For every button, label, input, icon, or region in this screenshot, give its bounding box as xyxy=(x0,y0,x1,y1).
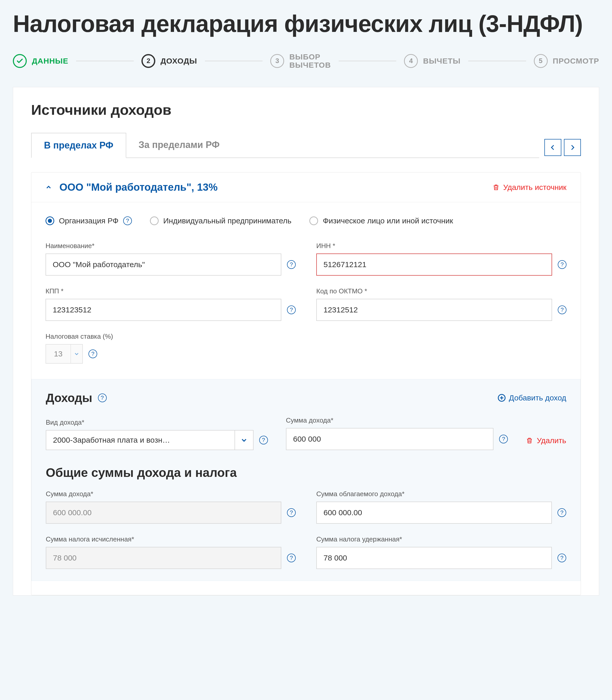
tax-withheld-label: Сумма налога удержанная* xyxy=(316,535,566,543)
step-divider xyxy=(76,61,134,61)
step-number: 3 xyxy=(270,54,284,68)
help-icon[interactable]: ? xyxy=(557,554,566,562)
help-icon[interactable]: ? xyxy=(88,349,97,358)
step-divider xyxy=(468,61,526,61)
step-number: 4 xyxy=(404,54,418,68)
income-type-value: 2000-Заработная плата и возн… xyxy=(46,436,235,444)
step-divider xyxy=(339,61,396,61)
plus-circle-icon xyxy=(498,394,506,402)
kpp-input[interactable] xyxy=(45,299,281,321)
next-source-button[interactable] xyxy=(564,139,581,156)
inn-input[interactable] xyxy=(316,254,552,275)
radio-label: Организация РФ xyxy=(59,216,119,225)
help-icon[interactable]: ? xyxy=(287,260,296,269)
check-icon xyxy=(13,54,27,68)
delete-source-label: Удалить источник xyxy=(503,183,567,192)
help-icon[interactable]: ? xyxy=(259,436,268,444)
add-income-button[interactable]: Добавить доход xyxy=(498,393,566,402)
taxable-income-input[interactable] xyxy=(316,501,552,524)
inn-label: ИНН * xyxy=(316,242,567,250)
step-label: ПРОСМОТР xyxy=(553,57,599,65)
kpp-label: КПП * xyxy=(45,287,296,295)
help-icon[interactable]: ? xyxy=(123,216,132,225)
delete-income-button[interactable]: Удалить xyxy=(526,436,566,445)
step-label: ДОХОДЫ xyxy=(161,57,197,65)
tab-inside-rf[interactable]: В пределах РФ xyxy=(31,133,126,158)
radio-ip[interactable]: Индивидуальный предприниматель xyxy=(150,216,292,225)
total-income-input xyxy=(46,501,281,524)
delete-source-button[interactable]: Удалить источник xyxy=(492,183,567,192)
step-3[interactable]: 3 ВЫБОР ВЫЧЕТОВ xyxy=(270,53,331,69)
name-input[interactable] xyxy=(45,254,281,275)
tax-calculated-input xyxy=(46,547,281,569)
totals-title: Общие суммы дохода и налога xyxy=(46,466,566,480)
source-toggle[interactable]: ООО "Мой работодатель", 13% xyxy=(45,181,218,193)
page-title: Налоговая декларация физических лиц (3-Н… xyxy=(13,10,599,37)
step-4[interactable]: 4 ВЫЧЕТЫ xyxy=(404,54,461,68)
income-amount-label: Сумма дохода* xyxy=(286,416,508,425)
source-title: ООО "Мой работодатель", 13% xyxy=(59,181,218,193)
radio-icon xyxy=(309,216,318,225)
taxable-income-label: Сумма облагаемого дохода* xyxy=(316,490,566,498)
main-panel: Источники доходов В пределах РФ За преде… xyxy=(13,87,599,595)
section-title: Источники доходов xyxy=(31,102,581,118)
step-label: ВЫБОР ВЫЧЕТОВ xyxy=(289,53,331,69)
stepper: ДАННЫЕ 2 ДОХОДЫ 3 ВЫБОР ВЫЧЕТОВ 4 ВЫЧЕТЫ… xyxy=(13,53,599,69)
tab-outside-rf[interactable]: За пределами РФ xyxy=(126,133,232,158)
add-income-label: Добавить доход xyxy=(509,393,566,402)
help-icon[interactable]: ? xyxy=(98,393,107,402)
name-label: Наименование* xyxy=(45,242,296,250)
radio-icon xyxy=(150,216,159,225)
income-type-select[interactable]: 2000-Заработная плата и возн… xyxy=(46,430,253,450)
chevron-up-icon xyxy=(45,184,52,190)
step-label: ВЫЧЕТЫ xyxy=(423,57,461,65)
help-icon[interactable]: ? xyxy=(557,508,566,517)
step-1[interactable]: ДАННЫЕ xyxy=(13,54,68,68)
step-number: 2 xyxy=(141,54,155,68)
radio-icon xyxy=(45,216,54,225)
help-icon[interactable]: ? xyxy=(558,260,567,269)
taxrate-value: 13 xyxy=(46,349,70,358)
chevron-down-icon xyxy=(70,345,82,363)
radio-other-source[interactable]: Физическое лицо или иной источник xyxy=(309,216,453,225)
radio-label: Индивидуальный предприниматель xyxy=(163,216,292,225)
taxrate-label: Налоговая ставка (%) xyxy=(45,333,296,340)
help-icon[interactable]: ? xyxy=(287,306,296,314)
help-icon[interactable]: ? xyxy=(287,508,296,517)
radio-organization[interactable]: Организация РФ ? xyxy=(45,216,132,225)
help-icon[interactable]: ? xyxy=(499,435,508,443)
income-title: Доходы xyxy=(46,391,92,405)
step-label: ДАННЫЕ xyxy=(32,57,68,65)
step-divider xyxy=(205,61,263,61)
income-type-label: Вид дохода* xyxy=(46,418,268,427)
total-income-label: Сумма дохода* xyxy=(46,490,296,498)
step-number: 5 xyxy=(534,54,548,68)
step-5[interactable]: 5 ПРОСМОТР xyxy=(534,54,599,68)
help-icon[interactable]: ? xyxy=(287,554,296,562)
chevron-left-icon xyxy=(550,144,556,151)
radio-label: Физическое лицо или иной источник xyxy=(323,216,453,225)
income-amount-input[interactable] xyxy=(286,428,494,450)
step-2[interactable]: 2 ДОХОДЫ xyxy=(141,54,197,68)
income-section: Доходы ? Добавить доход Вид дохода* 2000… xyxy=(31,379,581,581)
oktmo-input[interactable] xyxy=(316,299,552,321)
taxrate-select[interactable]: 13 xyxy=(45,344,83,364)
prev-source-button[interactable] xyxy=(544,139,561,156)
delete-income-label: Удалить xyxy=(537,436,566,445)
trash-icon xyxy=(492,184,500,191)
trash-icon xyxy=(526,437,533,444)
tax-withheld-input[interactable] xyxy=(316,547,552,569)
chevron-down-icon xyxy=(235,431,253,449)
chevron-right-icon xyxy=(569,144,576,151)
source-card: ООО "Мой работодатель", 13% Удалить исто… xyxy=(31,172,581,595)
help-icon[interactable]: ? xyxy=(558,306,567,314)
tabs: В пределах РФ За пределами РФ xyxy=(31,132,539,158)
tax-calculated-label: Сумма налога исчисленная* xyxy=(46,535,296,543)
oktmo-label: Код по ОКТМО * xyxy=(316,287,567,295)
